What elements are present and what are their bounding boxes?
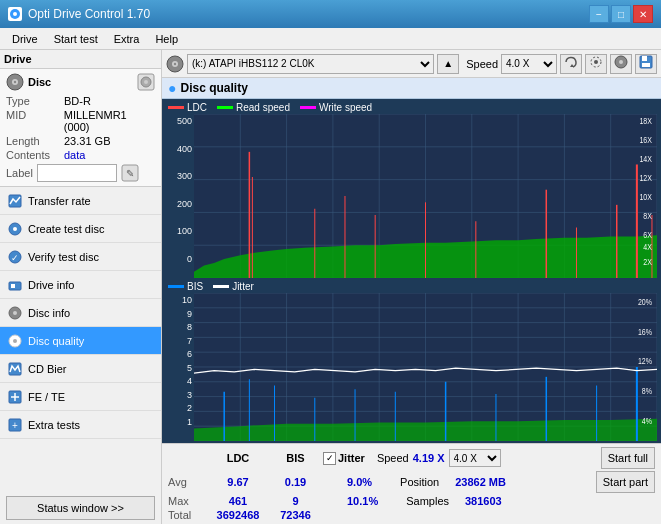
content-area: (k:) ATAPI iHBS112 2 CL0K ▲ Speed 4.0 X: [162, 50, 661, 524]
drive-selector[interactable]: (k:) ATAPI iHBS112 2 CL0K: [187, 54, 434, 74]
speed-stat-value: 4.19 X: [413, 452, 445, 464]
write-speed-legend-label: Write speed: [319, 102, 372, 113]
disc-info-icon: [8, 306, 22, 320]
verify-test-disc-icon: ✓: [8, 250, 22, 264]
speed-selector[interactable]: 4.0 X: [501, 54, 557, 74]
position-value: 23862 MB: [455, 476, 506, 488]
top-chart-svg: 18X 16X 14X 12X 10X 8X 6X 4X 2X: [194, 114, 657, 278]
menu-help[interactable]: Help: [147, 31, 186, 47]
svg-text:✓: ✓: [11, 253, 19, 263]
nav-disc-quality[interactable]: Disc quality: [0, 327, 161, 355]
svg-text:8X: 8X: [643, 211, 652, 221]
disc-button[interactable]: [610, 54, 632, 74]
nav-disc-info[interactable]: Disc info: [0, 299, 161, 327]
svg-text:16X: 16X: [639, 135, 652, 145]
nav-create-test-disc-label: Create test disc: [28, 223, 104, 235]
svg-point-34: [619, 60, 623, 64]
menu-bar: Drive Start test Extra Help: [0, 28, 661, 50]
extra-tests-icon: +: [8, 418, 22, 432]
nav-fe-te-label: FE / TE: [28, 391, 65, 403]
ldc-legend-color: [168, 106, 184, 109]
nav-cd-bier[interactable]: CD Bier: [0, 355, 161, 383]
app-icon: [8, 7, 22, 21]
chart-title: Disc quality: [180, 81, 247, 95]
y2-axis-9: 9: [187, 309, 192, 319]
nav-drive-info-label: Drive info: [28, 279, 74, 291]
y2-axis-2: 2: [187, 403, 192, 413]
svg-text:12%: 12%: [638, 357, 652, 367]
disc-panel: Disc Type BD-R MID MILLENMR1 (000): [0, 69, 161, 187]
menu-start-test[interactable]: Start test: [46, 31, 106, 47]
nav-extra-tests[interactable]: + Extra tests: [0, 411, 161, 439]
disc-header-label: Disc: [28, 76, 51, 88]
nav-drive-info[interactable]: Drive info: [0, 271, 161, 299]
nav-create-test-disc[interactable]: Create test disc: [0, 215, 161, 243]
total-ldc: 3692468: [208, 509, 268, 521]
start-full-button[interactable]: Start full: [601, 447, 655, 469]
label-key: Label: [6, 167, 33, 179]
nav-cd-bier-label: CD Bier: [28, 363, 67, 375]
menu-extra[interactable]: Extra: [106, 31, 148, 47]
save-button[interactable]: [635, 54, 657, 74]
y-axis-100: 100: [177, 226, 192, 236]
title-bar: Opti Drive Control 1.70 − □ ✕: [0, 0, 661, 28]
svg-rect-36: [642, 56, 647, 61]
speed-stat-selector[interactable]: 4.0 X: [449, 449, 501, 467]
settings-button[interactable]: [585, 54, 607, 74]
y2-axis-6: 6: [187, 349, 192, 359]
nav-verify-test-disc[interactable]: ✓ Verify test disc: [0, 243, 161, 271]
svg-text:+: +: [12, 420, 18, 431]
nav-verify-test-disc-label: Verify test disc: [28, 251, 99, 263]
position-label: Position: [400, 476, 439, 488]
disc-quality-icon: [8, 334, 22, 348]
jitter-legend-color: [213, 285, 229, 288]
nav-fe-te[interactable]: FE / TE: [0, 383, 161, 411]
drive-toolbar-icon: [166, 55, 184, 73]
eject-button[interactable]: ▲: [437, 54, 459, 74]
nav-disc-quality-label: Disc quality: [28, 335, 84, 347]
nav-transfer-rate[interactable]: Transfer rate: [0, 187, 161, 215]
refresh-button[interactable]: [560, 54, 582, 74]
drive-info-icon: [8, 278, 22, 292]
cd-bier-icon: [8, 362, 22, 376]
svg-point-18: [13, 311, 17, 315]
total-label: Total: [168, 509, 208, 521]
avg-jitter: 9.0%: [347, 476, 372, 488]
label-input[interactable]: [37, 164, 117, 182]
y2-axis-5: 5: [187, 363, 192, 373]
avg-label: Avg: [168, 476, 208, 488]
read-speed-legend-label: Read speed: [236, 102, 290, 113]
drive-label: Drive: [4, 53, 32, 65]
top-chart-container: LDC Read speed Write speed 500 40: [166, 101, 657, 278]
close-button[interactable]: ✕: [633, 5, 653, 23]
mid-key: MID: [6, 109, 64, 133]
y-axis-300: 300: [177, 171, 192, 181]
jitter-col-header: Jitter: [338, 452, 365, 464]
menu-drive[interactable]: Drive: [4, 31, 46, 47]
max-jitter: 10.1%: [347, 495, 378, 507]
title-bar-text: Opti Drive Control 1.70: [28, 7, 150, 21]
drive-row: Drive: [0, 50, 161, 69]
y2-axis-8: 8: [187, 322, 192, 332]
svg-text:8%: 8%: [642, 386, 652, 396]
minimize-button[interactable]: −: [589, 5, 609, 23]
svg-point-7: [144, 80, 148, 84]
status-window-button[interactable]: Status window >>: [6, 496, 155, 520]
ldc-legend-label: LDC: [187, 102, 207, 113]
max-ldc: 461: [208, 495, 268, 507]
samples-label: Samples: [406, 495, 449, 507]
svg-text:12X: 12X: [639, 173, 652, 183]
y2-axis-7: 7: [187, 336, 192, 346]
fe-te-icon: [8, 390, 22, 404]
svg-rect-37: [642, 63, 650, 67]
jitter-checkbox[interactable]: ✓: [323, 452, 336, 465]
svg-point-31: [594, 60, 598, 64]
svg-point-29: [174, 62, 176, 64]
bottom-chart-container: BIS Jitter 10 9 8 7 6 5 4: [166, 280, 657, 441]
label-action-icon[interactable]: ✎: [121, 164, 139, 182]
maximize-button[interactable]: □: [611, 5, 631, 23]
start-part-button[interactable]: Start part: [596, 471, 655, 493]
svg-rect-16: [11, 284, 15, 288]
y2-axis-3: 3: [187, 390, 192, 400]
svg-text:4%: 4%: [642, 416, 652, 426]
